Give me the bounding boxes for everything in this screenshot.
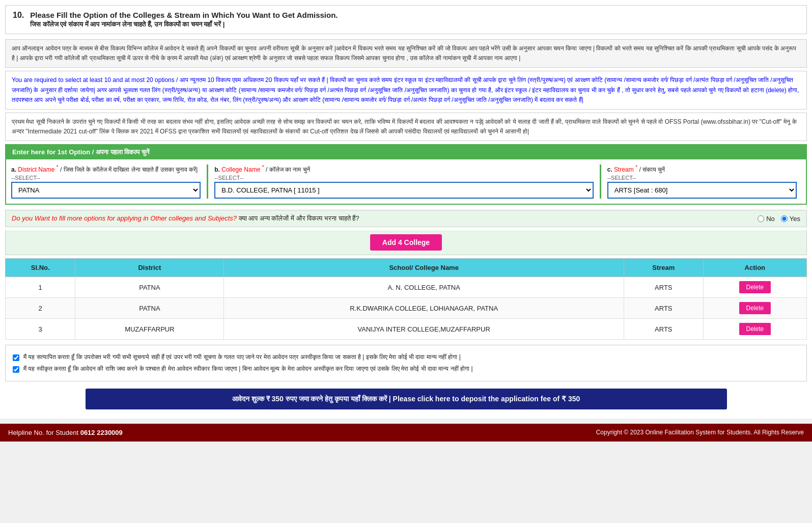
stream-label-hindi: / संकाय चुनें (639, 166, 665, 173)
college-field-group: b. College Name * / कॉलेज का नाम चुनें -… (210, 164, 598, 199)
helpline: Helpline No. for Student 0612 2230009 (8, 429, 123, 436)
checkbox-label-2: मैं यह स्वीकृत करता हूँ कि आवेदन की राशि… (23, 365, 473, 372)
stream-letter: c. (607, 166, 612, 173)
delete-button[interactable]: Delete (739, 323, 771, 335)
cell-action: Delete (703, 298, 806, 319)
cell-stream: ARTS (624, 298, 703, 319)
delete-button[interactable]: Delete (739, 302, 771, 314)
cell-stream: ARTS (624, 319, 703, 340)
cell-action: Delete (703, 277, 806, 298)
stream-select[interactable]: ARTS [Seat : 680] (607, 182, 797, 199)
cell-sl: 1 (6, 277, 75, 298)
district-name-label: District Name * (18, 166, 58, 173)
stream-hint: --SELECT-- (607, 175, 797, 181)
sub-heading-hindi: जिस कॉलेज एवं संकाय में आप नामांकन लेना … (30, 20, 338, 29)
section-number: 10. (13, 11, 24, 20)
district-select[interactable]: PATNA (11, 182, 201, 199)
college-name-label: College Name * (221, 166, 264, 173)
cell-sl: 3 (6, 319, 75, 340)
helpline-label: Helpline No. for Student (8, 429, 78, 436)
district-letter: a. (11, 166, 16, 173)
checkbox-row-2: मैं यह स्वीकृत करता हूँ कि आवेदन की राशि… (13, 365, 799, 373)
cell-action: Delete (703, 319, 806, 340)
cell-sl: 2 (6, 298, 75, 319)
submit-btn-row: आवेदन शुल्क ₹ 350 रुपए जमा करने हेतु कृप… (5, 389, 807, 409)
district-label-hindi: / जिस जिले के कॉलेज में दाखिला लेना चाहत… (60, 166, 198, 173)
more-options-row: Do you Want to fill more options for app… (5, 210, 807, 227)
cell-stream: ARTS (624, 277, 703, 298)
radio-no[interactable] (758, 215, 764, 222)
checkbox-1[interactable] (13, 354, 19, 361)
cell-district: MUZAFFARPUR (75, 319, 224, 340)
checkboxes-section: मैं यह सत्यापित करता हूँ कि उपरोक्त भरी … (5, 345, 807, 381)
cell-district: PATNA (75, 298, 224, 319)
cell-college: A. N. COLLEGE, PATNA (224, 277, 624, 298)
info-box-1: आप ऑनलाइन आवेदन पत्र के माध्यम से बीस वि… (5, 39, 807, 68)
more-options-radio-group: No Yes (758, 215, 800, 223)
stream-field-group: c. Stream * / संकाय चुनें --SELECT-- ART… (603, 164, 801, 199)
district-field-group: a. District Name * / जिस जिले के कॉलेज म… (11, 164, 205, 199)
radio-yes[interactable] (781, 215, 788, 222)
stream-label: c. Stream * / संकाय चुनें (607, 164, 797, 173)
table-row: 3 MUZAFFARPUR VANIJYA INTER COLLEGE,MUZA… (6, 319, 807, 340)
stream-name-label: Stream * (614, 166, 637, 173)
divider-2 (600, 164, 601, 199)
th-district: District (75, 259, 224, 277)
yes-label-text: Yes (790, 215, 800, 223)
first-option-bar: Enter here for 1st Option / अपना पहला वि… (6, 145, 806, 159)
submit-button[interactable]: आवेदन शुल्क ₹ 350 रुपए जमा करने हेतु कृप… (86, 389, 727, 409)
footer: Helpline No. for Student 0612 2230009 Co… (0, 424, 812, 442)
main-heading: Please Fill the Option of the Colleges &… (30, 11, 338, 19)
college-table-wrapper: Sl.No. District School/ College Name Str… (5, 258, 807, 340)
college-label-hindi: / कॉलेज का नाम चुनें (266, 166, 310, 173)
add-college-button[interactable]: Add 4 College (370, 234, 442, 251)
district-hint: --SELECT-- (11, 175, 201, 181)
th-stream: Stream (624, 259, 703, 277)
radio-yes-label[interactable]: Yes (781, 215, 800, 223)
add-college-row: Add 4 College (5, 230, 807, 255)
college-hint: --SELECT-- (214, 175, 594, 181)
th-slno: Sl.No. (6, 259, 75, 277)
college-letter: b. (214, 166, 220, 173)
cell-college: VANIJYA INTER COLLEGE,MUZAFFARPUR (224, 319, 624, 340)
cell-district: PATNA (75, 277, 224, 298)
th-action: Action (703, 259, 806, 277)
th-college: School/ College Name (224, 259, 624, 277)
checkbox-row-1: मैं यह सत्यापित करता हूँ कि उपरोक्त भरी … (13, 353, 799, 361)
college-select[interactable]: B.D. COLLEGE, PATNA [ 11015 ] (214, 182, 594, 199)
copyright: Copyright © 2023 Online Facilitation Sys… (596, 429, 804, 436)
no-label-text: No (766, 215, 775, 223)
info-box-blue: You are required to select at least 10 a… (5, 71, 807, 109)
cell-college: R.K.DWARIKA COLLEGE, LOHIANAGAR, PATNA (224, 298, 624, 319)
more-options-hindi: क्या आप अन्य कॉलेजों में और विकल्प भरना … (239, 214, 359, 222)
table-row: 1 PATNA A. N. COLLEGE, PATNA ARTS Delete (6, 277, 807, 298)
checkbox-label-1: मैं यह सत्यापित करता हूँ कि उपरोक्त भरी … (23, 353, 461, 361)
info-box-3: प्रथम मेधा सूची निकलने के उपरांत चुने गए… (5, 113, 807, 141)
table-header-row: Sl.No. District School/ College Name Str… (6, 259, 807, 277)
college-table: Sl.No. District School/ College Name Str… (5, 258, 807, 340)
table-row: 2 PATNA R.K.DWARIKA COLLEGE, LOHIANAGAR,… (6, 298, 807, 319)
delete-button[interactable]: Delete (739, 281, 771, 293)
more-options-question: Do you Want to fill more options for app… (12, 214, 359, 223)
district-label: a. District Name * / जिस जिले के कॉलेज म… (11, 164, 201, 173)
checkbox-2[interactable] (13, 366, 19, 373)
helpline-number: 0612 2230009 (80, 429, 123, 436)
college-label: b. College Name * / कॉलेज का नाम चुनें (214, 164, 594, 173)
radio-no-label[interactable]: No (758, 215, 775, 223)
first-option-section: Enter here for 1st Option / अपना पहला वि… (5, 144, 807, 205)
divider-1 (207, 164, 208, 199)
